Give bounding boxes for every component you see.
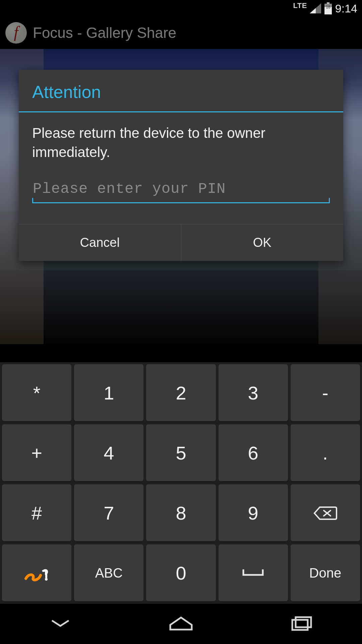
- svg-rect-2: [327, 2, 329, 4]
- home-icon: [168, 615, 194, 633]
- key-7[interactable]: 7: [74, 484, 143, 542]
- key-hash[interactable]: #: [2, 484, 71, 542]
- key-5[interactable]: 5: [146, 424, 216, 482]
- key-1[interactable]: 1: [74, 364, 143, 422]
- swype-icon: [22, 563, 52, 583]
- battery-icon: 18: [324, 2, 333, 14]
- network-type-label: LTE: [293, 1, 307, 10]
- dialog-button-bar: Cancel OK: [19, 224, 343, 261]
- ok-button[interactable]: OK: [181, 224, 344, 261]
- nav-back-button[interactable]: [27, 610, 94, 637]
- key-asterisk[interactable]: *: [2, 364, 71, 422]
- pin-underline: [32, 200, 330, 203]
- recents-icon: [290, 615, 314, 633]
- key-3[interactable]: 3: [219, 364, 288, 422]
- dialog-title: Attention: [19, 70, 343, 111]
- svg-point-6: [45, 578, 48, 581]
- key-9[interactable]: 9: [219, 484, 288, 542]
- svg-text:18: 18: [326, 5, 330, 9]
- app-icon-glyph: f: [14, 24, 18, 40]
- key-backspace[interactable]: [291, 484, 360, 542]
- key-space[interactable]: [219, 544, 288, 602]
- attention-dialog: Attention Please return the device to th…: [19, 70, 343, 261]
- svg-rect-8: [292, 620, 308, 630]
- pin-field[interactable]: [32, 179, 330, 203]
- pin-input[interactable]: [32, 179, 330, 201]
- key-abc[interactable]: ABC: [74, 544, 143, 602]
- app-icon: f: [5, 22, 27, 44]
- svg-rect-7: [296, 617, 311, 627]
- key-2[interactable]: 2: [146, 364, 216, 422]
- backspace-icon: [313, 505, 337, 521]
- signal-icon: [310, 3, 321, 13]
- key-period[interactable]: .: [291, 424, 360, 482]
- nav-home-button[interactable]: [147, 610, 215, 637]
- dialog-message: Please return the device to the owner im…: [32, 124, 330, 162]
- key-dash[interactable]: -: [291, 364, 360, 422]
- dialog-body: Please return the device to the owner im…: [19, 112, 343, 224]
- nav-recents-button[interactable]: [268, 610, 335, 637]
- key-8[interactable]: 8: [146, 484, 216, 542]
- key-swype[interactable]: [2, 544, 71, 602]
- key-4[interactable]: 4: [74, 424, 143, 482]
- key-6[interactable]: 6: [219, 424, 288, 482]
- space-icon: [241, 568, 265, 578]
- app-bar: f Focus - Gallery Share: [0, 17, 362, 49]
- chevron-down-icon: [49, 616, 72, 631]
- screen: LTE 18 9:14 f Focus - Gallery Share Atte…: [0, 0, 362, 644]
- svg-marker-1: [310, 8, 316, 13]
- cancel-button[interactable]: Cancel: [19, 224, 181, 261]
- app-title: Focus - Gallery Share: [33, 24, 176, 41]
- status-bar: LTE 18 9:14: [0, 0, 362, 17]
- key-plus[interactable]: +: [2, 424, 71, 482]
- android-nav-bar: [0, 604, 362, 644]
- numeric-keyboard: * 1 2 3 - + 4 5 6 . # 7 8 9: [0, 362, 362, 604]
- key-done[interactable]: Done: [291, 544, 360, 602]
- clock-label: 9:14: [335, 2, 357, 15]
- key-0[interactable]: 0: [146, 544, 216, 602]
